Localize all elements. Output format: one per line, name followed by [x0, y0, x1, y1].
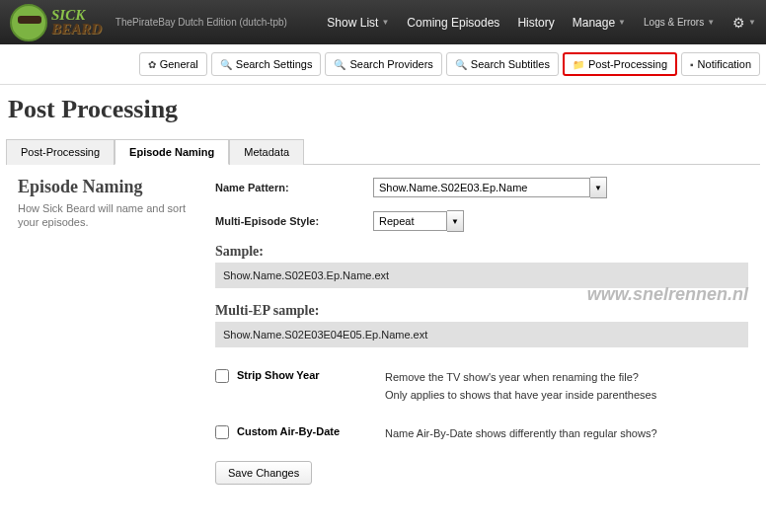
strip-show-year-checkbox[interactable]	[215, 369, 229, 383]
subtab-metadata[interactable]: Metadata	[229, 139, 304, 165]
custom-air-by-date-checkbox[interactable]	[215, 425, 229, 439]
section-title: Episode Naming	[18, 177, 186, 197]
content-area: Episode Naming How Sick Beard will name …	[0, 165, 766, 496]
chevron-down-icon: ▼	[381, 18, 389, 27]
name-pattern-dropdown-button[interactable]: ▼	[590, 177, 607, 198]
multi-ep-sample-label: Multi-EP sample:	[215, 303, 748, 319]
logo-icon	[10, 4, 47, 41]
multi-episode-style-select[interactable]	[373, 211, 447, 231]
tab-notification[interactable]: ▪Notification	[681, 52, 760, 76]
settings-gear-icon[interactable]: ⚙▼	[732, 15, 756, 31]
name-pattern-input[interactable]	[373, 178, 590, 197]
save-changes-button[interactable]: Save Changes	[215, 461, 312, 485]
chevron-down-icon: ▼	[707, 18, 715, 27]
sample-value: Show.Name.S02E03.Ep.Name.ext	[215, 263, 748, 288]
sub-tabs: Post-Processing Episode Naming Metadata	[6, 138, 760, 165]
section-description: How Sick Beard will name and sort your e…	[18, 201, 186, 230]
main-nav: Show List▼ Coming Episodes History Manag…	[327, 15, 756, 31]
strip-show-year-desc2: Only applies to shows that have year ins…	[385, 387, 656, 405]
strip-show-year-label: Strip Show Year	[237, 369, 385, 381]
logo[interactable]: SICK BEARD	[10, 4, 102, 41]
multi-ep-sample-value: Show.Name.S02E03E04E05.Ep.Name.ext	[215, 322, 748, 347]
settings-toolbar: ✿General 🔍Search Settings 🔍Search Provid…	[0, 44, 766, 85]
subtab-post-processing[interactable]: Post-Processing	[6, 139, 115, 165]
tab-search-settings[interactable]: 🔍Search Settings	[211, 52, 322, 76]
subtab-episode-naming[interactable]: Episode Naming	[115, 139, 229, 165]
chevron-down-icon: ▼	[748, 18, 756, 27]
tab-search-subtitles[interactable]: 🔍Search Subtitles	[446, 52, 559, 76]
tab-post-processing[interactable]: 📁Post-Processing	[563, 52, 677, 76]
search-icon: 🔍	[455, 59, 467, 70]
app-header: SICK BEARD ThePirateBay Dutch Edition (d…	[0, 0, 766, 44]
nav-history[interactable]: History	[517, 16, 554, 30]
custom-air-by-date-label: Custom Air-By-Date	[237, 425, 385, 437]
name-pattern-label: Name Pattern:	[215, 182, 373, 193]
nav-logs-errors[interactable]: Logs & Errors▼	[644, 17, 715, 28]
tab-general[interactable]: ✿General	[139, 52, 207, 76]
search-icon: 🔍	[220, 59, 232, 70]
multi-episode-dropdown-button[interactable]: ▼	[447, 210, 464, 232]
nav-coming-episodes[interactable]: Coming Episodes	[407, 16, 499, 30]
gear-icon: ✿	[148, 59, 156, 70]
chevron-down-icon: ▼	[618, 18, 626, 27]
multi-episode-style-label: Multi-Episode Style:	[215, 215, 373, 227]
logo-text-bottom: BEARD	[51, 23, 102, 37]
nav-show-list[interactable]: Show List▼	[327, 16, 389, 30]
tab-search-providers[interactable]: 🔍Search Providers	[325, 52, 441, 76]
folder-icon: 📁	[573, 59, 584, 70]
strip-show-year-desc1: Remove the TV show's year when renaming …	[385, 369, 656, 387]
edition-label: ThePirateBay Dutch Edition (dutch-tpb)	[115, 17, 287, 28]
sample-label: Sample:	[215, 244, 748, 260]
nav-manage[interactable]: Manage▼	[573, 16, 626, 30]
custom-air-by-date-desc: Name Air-By-Date shows differently than …	[385, 425, 657, 443]
search-icon: 🔍	[334, 59, 345, 70]
monitor-icon: ▪	[690, 59, 694, 70]
page-title: Post Processing	[8, 95, 758, 124]
